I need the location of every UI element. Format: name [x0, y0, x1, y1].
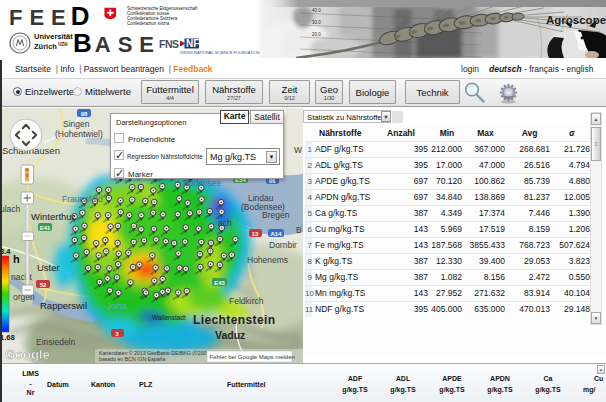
- svg-text:Google: Google: [5, 347, 50, 362]
- svg-text:Vaduz: Vaduz: [215, 329, 245, 341]
- svg-text:basado en BCN IGN España: basado en BCN IGN España: [99, 356, 165, 362]
- svg-text:E41: E41: [40, 225, 51, 231]
- svg-text:Rapperswil: Rapperswil: [40, 300, 87, 311]
- svg-text:W: W: [294, 145, 302, 155]
- svg-text:Agroscope: Agroscope: [546, 14, 606, 26]
- svg-text:Winterthur: Winterthur: [31, 211, 75, 222]
- svg-text:Feldkirch: Feldkirch: [229, 296, 264, 306]
- svg-text:Wallenstadt: Wallenstadt: [152, 314, 186, 321]
- svg-text:Bodensee: Bodensee: [183, 178, 222, 188]
- svg-text:Einsiedeln: Einsiedeln: [36, 337, 75, 347]
- svg-text:h: h: [13, 253, 20, 265]
- svg-text:(Hohentwiel): (Hohentwiel): [55, 129, 103, 139]
- svg-text:FNS: FNS: [159, 38, 179, 50]
- svg-text:3.4: 3.4: [0, 247, 11, 256]
- svg-text:-Jona: -Jona: [103, 300, 127, 311]
- svg-text:Singen: Singen: [63, 119, 90, 129]
- svg-text:A14: A14: [270, 231, 282, 237]
- svg-text:Frauenfeld: Frauenfeld: [62, 194, 103, 204]
- svg-text:NF: NF: [186, 38, 199, 49]
- svg-text:1.68: 1.68: [0, 333, 15, 342]
- svg-text:ulach: ulach: [0, 204, 21, 214]
- svg-text:13: 13: [252, 231, 259, 237]
- svg-text:52: 52: [40, 282, 47, 288]
- svg-text:B: B: [296, 225, 302, 235]
- svg-text:98: 98: [81, 111, 88, 117]
- svg-text:Bregen: Bregen: [262, 210, 290, 220]
- svg-text:SWISS NATIONAL SCIENCE FOUNDAT: SWISS NATIONAL SCIENCE FOUNDATION: [180, 50, 260, 55]
- svg-text:ach: ach: [218, 218, 232, 228]
- svg-text:E43: E43: [214, 280, 225, 286]
- svg-text:Uster: Uster: [37, 262, 60, 273]
- svg-text:Fehler bei Google Maps melden: Fehler bei Google Maps melden: [210, 354, 295, 360]
- svg-text:Liechtenstein: Liechtenstein: [193, 313, 276, 327]
- svg-text:Dornbir: Dornbir: [269, 240, 297, 250]
- svg-text:Hohenems: Hohenems: [247, 255, 288, 265]
